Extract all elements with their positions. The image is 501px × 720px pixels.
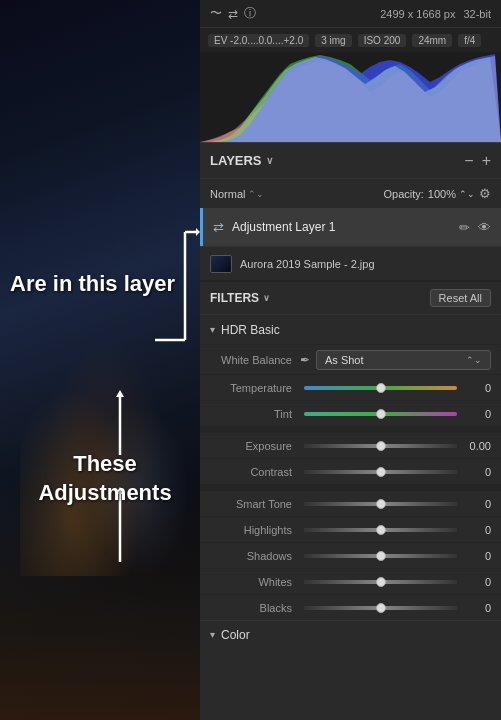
contrast-label: Contrast <box>210 466 300 478</box>
layers-plus-button[interactable]: + <box>482 153 491 169</box>
whites-thumb[interactable] <box>376 577 386 587</box>
opacity-chevron-icon: ⌃⌄ <box>459 189 475 199</box>
contrast-thumb[interactable] <box>376 467 386 477</box>
eyedropper-icon[interactable]: ✒ <box>300 353 310 367</box>
exposure-row: Exposure 0.00 <box>200 432 501 458</box>
opacity-value: 100% <box>428 188 456 200</box>
highlights-value: 0 <box>461 524 491 536</box>
histogram-icon[interactable]: 〜 <box>210 5 222 22</box>
temperature-row: Temperature 0 <box>200 374 501 400</box>
white-balance-selector[interactable]: As Shot ⌃⌄ <box>316 350 491 370</box>
temperature-value: 0 <box>461 382 491 394</box>
contrast-slider[interactable] <box>304 470 457 474</box>
ev-badge: EV -2.0....0.0....+2.0 <box>208 34 309 47</box>
whites-slider[interactable] <box>304 580 457 584</box>
smart-tone-row: Smart Tone 0 <box>200 490 501 516</box>
blacks-label: Blacks <box>210 602 300 614</box>
white-balance-row: White Balance ✒ As Shot ⌃⌄ <box>200 344 501 374</box>
photo-thumbnail <box>210 255 232 273</box>
annotation-top: Are in this layer <box>10 270 175 299</box>
smart-tone-slider[interactable] <box>304 502 457 506</box>
blend-mode-selector[interactable]: Normal ⌃⌄ <box>210 188 264 200</box>
adjustment-layer-visibility-icon[interactable]: 👁 <box>478 220 491 235</box>
photo-background <box>0 0 200 720</box>
white-balance-label: White Balance <box>210 354 300 366</box>
adjustment-layer-name: Adjustment Layer 1 <box>232 220 451 234</box>
blacks-row: Blacks 0 <box>200 594 501 620</box>
meta-row: EV -2.0....0.0....+2.0 3 img ISO 200 24m… <box>200 28 501 52</box>
image-meta: 2499 x 1668 px 32-bit <box>380 8 491 20</box>
info-bar-icons: 〜 ⇄ ⓘ <box>210 5 256 22</box>
tint-slider[interactable] <box>304 412 457 416</box>
white-balance-value-box[interactable]: As Shot ⌃⌄ <box>316 350 491 370</box>
filters-label: FILTERS <box>210 291 259 305</box>
info-icon[interactable]: ⓘ <box>244 5 256 22</box>
photo-layer-row[interactable]: Aurora 2019 Sample - 2.jpg <box>200 246 501 280</box>
img-count-badge: 3 img <box>315 34 351 47</box>
whites-label: Whites <box>210 576 300 588</box>
image-dimensions: 2499 x 1668 px <box>380 8 455 20</box>
smart-tone-thumb[interactable] <box>376 499 386 509</box>
rotate-icon[interactable]: ⇄ <box>228 7 238 21</box>
exposure-thumb[interactable] <box>376 441 386 451</box>
shadows-thumb[interactable] <box>376 551 386 561</box>
iso-badge: ISO 200 <box>358 34 407 47</box>
smart-tone-label: Smart Tone <box>210 498 300 510</box>
adjustments-area: ▾ HDR Basic White Balance ✒ As Shot ⌃⌄ T… <box>200 314 501 720</box>
exposure-label: Exposure <box>210 440 300 452</box>
layer-settings-icon[interactable]: ⚙ <box>479 186 491 201</box>
info-bar: 〜 ⇄ ⓘ 2499 x 1668 px 32-bit <box>200 0 501 28</box>
color-collapse-icon: ▾ <box>210 629 215 640</box>
blacks-slider[interactable] <box>304 606 457 610</box>
exposure-slider[interactable] <box>304 444 457 448</box>
photo-layer-name: Aurora 2019 Sample - 2.jpg <box>240 258 375 270</box>
tint-thumb[interactable] <box>376 409 386 419</box>
color-section-title: Color <box>221 628 250 642</box>
bit-depth: 32-bit <box>463 8 491 20</box>
adjustment-layer-actions: ✏ 👁 <box>459 220 491 235</box>
temperature-slider[interactable] <box>304 386 457 390</box>
filters-chevron-icon: ∨ <box>263 293 270 303</box>
white-balance-dropdown-icon: ⌃⌄ <box>466 355 482 365</box>
hdr-basic-title: HDR Basic <box>221 323 280 337</box>
highlights-slider[interactable] <box>304 528 457 532</box>
temperature-thumb[interactable] <box>376 383 386 393</box>
layers-minus-button[interactable]: − <box>464 153 473 169</box>
blend-mode-value: Normal <box>210 188 245 200</box>
adjustment-layer-row[interactable]: ⇄ Adjustment Layer 1 ✏ 👁 <box>200 208 501 246</box>
filters-header: FILTERS ∨ Reset All <box>200 280 501 314</box>
tint-row: Tint 0 <box>200 400 501 426</box>
layers-header: LAYERS ∨ − + <box>200 142 501 178</box>
right-panel: 〜 ⇄ ⓘ 2499 x 1668 px 32-bit EV -2.0....0… <box>200 0 501 720</box>
smart-tone-value: 0 <box>461 498 491 510</box>
adjustment-layer-edit-icon[interactable]: ✏ <box>459 220 470 235</box>
whites-row: Whites 0 <box>200 568 501 594</box>
opacity-label: Opacity: <box>384 188 424 200</box>
tint-value: 0 <box>461 408 491 420</box>
shadows-slider[interactable] <box>304 554 457 558</box>
layers-controls: − + <box>464 153 491 169</box>
blacks-value: 0 <box>461 602 491 614</box>
highlights-thumb[interactable] <box>376 525 386 535</box>
color-section-header[interactable]: ▾ Color <box>200 620 501 648</box>
focal-length-badge: 24mm <box>412 34 452 47</box>
adjustment-layer-icon: ⇄ <box>213 220 224 235</box>
layers-title[interactable]: LAYERS ∨ <box>210 153 273 168</box>
histogram <box>200 52 501 142</box>
annotation-bottom: These Adjustments <box>10 450 200 507</box>
white-balance-value: As Shot <box>325 354 364 366</box>
blacks-thumb[interactable] <box>376 603 386 613</box>
shadows-label: Shadows <box>210 550 300 562</box>
filters-title[interactable]: FILTERS ∨ <box>210 291 270 305</box>
blend-mode-chevron-icon: ⌃⌄ <box>248 189 264 199</box>
whites-value: 0 <box>461 576 491 588</box>
opacity-control: Opacity: 100% ⌃⌄ ⚙ <box>384 186 492 201</box>
temperature-label: Temperature <box>210 382 300 394</box>
opacity-value-selector[interactable]: 100% ⌃⌄ <box>428 188 475 200</box>
aperture-badge: f/4 <box>458 34 481 47</box>
layers-chevron-icon: ∨ <box>266 155 273 166</box>
contrast-row: Contrast 0 <box>200 458 501 484</box>
hdr-basic-header[interactable]: ▾ HDR Basic <box>200 314 501 344</box>
reset-all-button[interactable]: Reset All <box>430 289 491 307</box>
photo-panel: Are in this layer These Adjustments <box>0 0 200 720</box>
